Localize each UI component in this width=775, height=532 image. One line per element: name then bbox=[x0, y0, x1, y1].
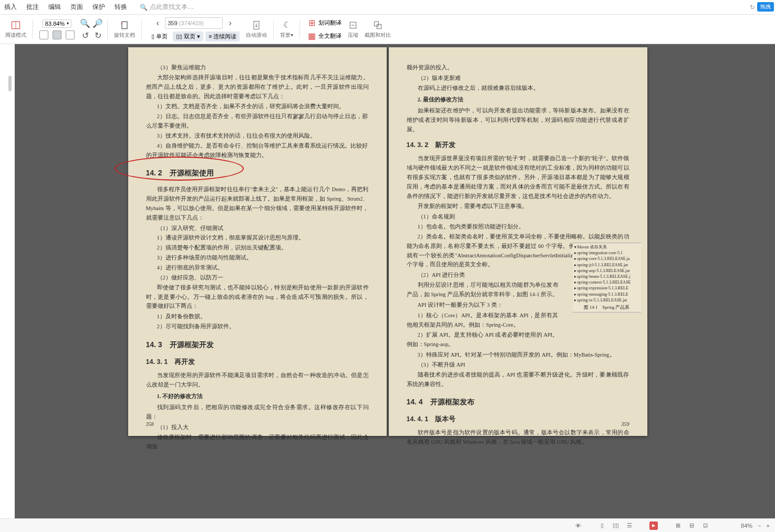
text: 1）及时备份数据。 bbox=[146, 312, 369, 321]
view-continuous-icon[interactable]: ☰ bbox=[625, 521, 634, 530]
text: 当发现开源世界里没有项目所需的"轮子"时，就需要自己造一个新的"轮子"。软件领域… bbox=[407, 154, 629, 201]
text: 软件版本号是指为软件设置的版本号码。通常，版本号会以数字来表示，常用的命名风格有… bbox=[407, 428, 629, 447]
drag-badge[interactable]: 拖拽 bbox=[757, 2, 774, 12]
rotate-group[interactable]: 旋转文档 bbox=[112, 20, 137, 39]
background-group[interactable]: ☾ 背景▾ bbox=[278, 20, 295, 39]
page-number-input[interactable]: 359 (374/419) bbox=[165, 17, 223, 29]
text: 当发现所使用的开源软件不能满足项目需求时，自然会有一种改造的冲动。但是怎么改却是… bbox=[146, 371, 369, 390]
text: 3）技术支持。没有技术支持的话，往往会有很大的使用风险。 bbox=[146, 131, 369, 141]
status-bar: 👁 ▯ ▯▯ ☰ ▶ ⊞ ⊟ ⊡ 84% − + bbox=[0, 518, 775, 532]
fit-width-icon[interactable] bbox=[39, 30, 48, 39]
left-gutter bbox=[0, 44, 15, 518]
word-trans-btn[interactable]: 划词翻译 bbox=[318, 19, 342, 27]
svg-rect-2 bbox=[122, 22, 127, 28]
full-trans-icon[interactable]: ▦ bbox=[306, 30, 317, 41]
status-zoom[interactable]: 84% bbox=[741, 523, 752, 529]
auto-scroll-group[interactable]: 自动滚动 bbox=[244, 20, 269, 39]
zoom-combo[interactable]: 83.84% ▾ bbox=[43, 19, 71, 28]
fig-item: ▸ spring-aop-5.1.3.RELEASE.jar bbox=[574, 268, 639, 274]
continuous-icon: ≡ bbox=[209, 33, 212, 39]
layout1-icon[interactable]: ⊞ bbox=[674, 521, 682, 530]
reset-icon[interactable]: ↺ bbox=[80, 30, 90, 40]
crop-icon bbox=[373, 20, 383, 30]
compress-label: 压缩 bbox=[348, 32, 358, 39]
separator bbox=[141, 20, 142, 39]
text: 开发新的框架时，需要考虑以下注意事项。 bbox=[407, 202, 629, 211]
view-double-icon[interactable]: ▯▯ bbox=[612, 521, 620, 530]
rotate-icon bbox=[119, 20, 130, 30]
text: （1）投入大 bbox=[146, 423, 369, 432]
heading-14-2: 14. 2 开源框架使用 bbox=[146, 167, 369, 180]
svg-rect-6 bbox=[377, 24, 381, 28]
text: 很多程序员使用开源框架时往往奉行"拿来主义"，基本上能运行几个 Demo，再把利… bbox=[146, 185, 369, 222]
separator bbox=[107, 20, 108, 39]
play-icon[interactable]: ▶ bbox=[649, 521, 658, 530]
read-mode-group[interactable]: 阅读模式 bbox=[3, 20, 28, 39]
fig-item: ▸ spring-core-5.1.3.RELEASE.ja bbox=[574, 256, 639, 262]
zoom-out-icon[interactable]: 🔍 bbox=[80, 18, 90, 28]
zoom-in-icon[interactable]: 🔎 bbox=[92, 18, 103, 28]
page-number: 359 bbox=[622, 420, 629, 429]
full-trans-btn[interactable]: 全文翻译 bbox=[318, 32, 342, 40]
heading-14-4: 14. 4 开源框架发布 bbox=[407, 396, 629, 409]
continuous-btn[interactable]: ≡连续阅读 bbox=[205, 32, 240, 41]
crop-compare-group[interactable]: 截图和对比 bbox=[363, 20, 393, 39]
document-viewport[interactable]: （3）聚焦运维能力 大部分架构师选择开源项目时，往往都是聚焦于技术指标而几乎不关… bbox=[0, 44, 775, 518]
text: 1）包命名。包内类要按照功能进行划分。 bbox=[407, 222, 629, 232]
text: 1）通读开源软件设计文档，彻底掌握其设计思想与原理。 bbox=[146, 233, 369, 243]
svg-rect-5 bbox=[375, 22, 379, 26]
eye-icon[interactable]: 👁 bbox=[574, 521, 582, 530]
compress-group[interactable]: 压缩 bbox=[346, 20, 360, 39]
layout3-icon[interactable]: ⊡ bbox=[701, 521, 709, 530]
search-icon: 🔍 bbox=[140, 4, 148, 11]
text: 在源码上进行修改之后，就很难兼容后续版本。 bbox=[407, 84, 629, 93]
zoom-plus-icon[interactable]: + bbox=[767, 523, 770, 529]
fig-title: ▾ Maven 依存关系 bbox=[574, 244, 639, 250]
separator bbox=[273, 20, 274, 39]
layout2-icon[interactable]: ⊟ bbox=[687, 521, 696, 530]
text: 4）自身维护能力。是否有命令行、控制台等维护工具来查看系统运行情况。比较好的开源… bbox=[146, 141, 369, 160]
menu-page[interactable]: 页面 bbox=[70, 3, 83, 12]
separator bbox=[33, 20, 33, 39]
text: 修改原框架时，需要进行影响范围的调查，还需要对相关代码再进行测试，因此会增加 bbox=[146, 433, 369, 452]
menu-annotate[interactable]: 批注 bbox=[26, 3, 39, 12]
heading-14-4-1: 14. 4. 1 版本号 bbox=[407, 414, 629, 425]
text: 即使做了很多研究与测试，也不能掉以轻心，特别是刚开始使用一款新的开源软件时，更是… bbox=[146, 283, 369, 311]
text: 找到源码文件后，把相应的功能修改成完全符合业务需求。这样修改存在以下问题： bbox=[146, 403, 369, 422]
auto-scroll-icon bbox=[251, 20, 262, 30]
text: 1）核心（Core）API。是本框架的基本 API，是所有其他相关框架共同的 A… bbox=[407, 311, 629, 330]
read-mode-label: 阅读模式 bbox=[5, 32, 26, 39]
heading-14-3-2: 14. 3. 2 新开发 bbox=[407, 140, 629, 151]
fig-item: ▸ spring-beans-5.1.3.RELEASE.j bbox=[574, 274, 639, 279]
text: 大部分架构师选择开源项目时，往往都是聚焦于技术指标而几乎不关注运维能力。然而产品… bbox=[146, 73, 369, 101]
menu-convert[interactable]: 转换 bbox=[115, 3, 127, 12]
word-trans-icon[interactable]: ⊞ bbox=[306, 17, 317, 28]
single-page-btn[interactable]: ▯单页 bbox=[148, 32, 171, 41]
text: 1）文档。文档是否齐全，如果不齐全的话，研究源码将会浪费大量时间。 bbox=[146, 102, 369, 111]
refresh-icon[interactable]: ↻ bbox=[750, 4, 755, 11]
zoom-minus-icon[interactable]: − bbox=[758, 523, 761, 529]
actual-size-icon[interactable] bbox=[66, 30, 75, 39]
search-box[interactable]: 🔍 点此查找文本… bbox=[140, 3, 194, 12]
redo-icon[interactable]: ↻ bbox=[92, 30, 103, 40]
single-page-icon: ▯ bbox=[151, 33, 154, 40]
double-page-btn[interactable]: ▯▯双页▾ bbox=[173, 32, 203, 41]
page-number: 358 bbox=[146, 420, 154, 429]
menu-protect[interactable]: 保护 bbox=[92, 3, 105, 12]
prev-page-icon[interactable]: ‹ bbox=[152, 18, 163, 28]
view-single-icon[interactable]: ▯ bbox=[598, 521, 606, 530]
text: 随着技术的进步或者技能的提高，API 也需要不断升级进化。升级时，要兼顾既存系统… bbox=[407, 370, 629, 389]
page-right: 额外资源的投入。 （2）版本更新难 在源码上进行修改之后，就很难兼容后续版本。 … bbox=[389, 47, 647, 436]
menu-insert[interactable]: 插入 bbox=[4, 3, 17, 12]
fig-item: ▸ spring-integration-core-5.1 bbox=[574, 250, 639, 256]
fit-page-icon[interactable] bbox=[53, 30, 61, 39]
text: 3）特殊应对 API。针对某一个特别功能而开发的 API。例如：MyBatis-… bbox=[407, 350, 629, 360]
fig-item: ▸ spring-tx-5.1.3.RELEASE.jar bbox=[574, 297, 639, 303]
toolbar: 拖拽 阅读模式 83.84% ▾ 🔍 ↺ 🔎 ↻ 旋转文档 ‹ 359 bbox=[0, 15, 775, 44]
scroll-thumb[interactable] bbox=[8, 76, 12, 91]
next-page-icon[interactable]: › bbox=[225, 18, 235, 28]
figure-14-1: ▾ Maven 依存关系 ▸ spring-integration-core-5… bbox=[573, 243, 641, 312]
text: （3）聚焦运维能力 bbox=[146, 63, 369, 72]
menu-edit[interactable]: 编辑 bbox=[48, 3, 61, 12]
page-left: （3）聚焦运维能力 大部分架构师选择开源项目时，往往都是聚焦于技术指标而几乎不关… bbox=[128, 47, 387, 436]
